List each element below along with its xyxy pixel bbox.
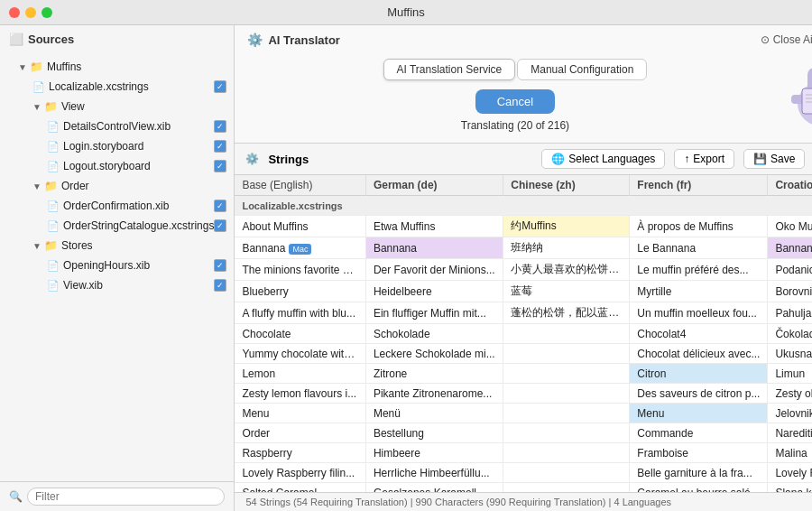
sidebar-item-details[interactable]: 📄 DetailsControlView.xib [0,116,234,136]
cell-fr: Un muffin moelleux fou... [630,302,768,324]
sidebar-tree: ▼ 📁 Muffins 📄 Localizable.xcstrings ▼ 📁 … [0,53,234,481]
save-button[interactable]: 💾 Save [743,149,805,169]
cell-fr: Citron [630,364,768,384]
cell-zh: 约Muffins [503,216,630,237]
sidebar-item-label: OrderStringCatalogue.xcstrings [63,219,214,232]
cell-de: Schokolade [365,324,503,344]
table-row[interactable]: MenuMenüMenuJelovnik [235,404,812,423]
cell-de: Etwa Muffins [365,216,503,237]
table-row[interactable]: Yummy chocolate with...Leckere Schokolad… [235,344,812,364]
filter-input[interactable] [27,488,225,506]
table-row[interactable]: A fluffy muffin with blu...Ein fluffiger… [235,302,812,324]
sidebar-checkbox[interactable] [214,120,226,133]
table-row[interactable]: About MuffinsEtwa Muffins约MuffinsÀ propo… [235,216,812,237]
minimize-button[interactable] [25,7,36,18]
sidebar-item-logout[interactable]: 📄 Logout.storyboard [0,156,234,176]
file-icon: 📄 [47,260,60,272]
table-row[interactable]: Lovely Raspberry filin...Herrliche Himbe… [235,463,812,483]
sidebar-item-order[interactable]: ▼ 📁 Order [0,176,234,196]
cell-hr: Slana karam [768,483,812,493]
table-row[interactable]: The minions favorite M...Der Favorit der… [235,259,812,281]
cell-fr: Le Bannana [630,237,768,259]
cell-hr: Borovnica [768,281,812,302]
table-row[interactable]: Salted CaramelGesalzenes KaramellCaramel… [235,483,812,493]
sidebar-item-ordercatalogue[interactable]: 📄 OrderStringCatalogue.xcstrings [0,216,234,236]
folder-icon: 📁 [44,239,58,252]
sidebar-item-localizable[interactable]: 📄 Localizable.xcstrings [0,77,234,97]
content-area: ⚙️ AI Translator ⊙ Close Ai Translator A… [235,25,812,511]
tab-manual-configuration[interactable]: Manual Configuration [517,59,647,80]
title-bar: Muffins [0,0,812,25]
cell-de: Herrliche Himbeerfüllu... [365,463,503,483]
strings-title: Strings [268,153,309,166]
col-header-hr: Croation (hr) [768,175,812,196]
export-icon: ↑ [684,153,689,165]
col-header-fr: French (fr) [630,175,768,196]
cell-zh [503,463,630,483]
cell-de: Bannana [365,237,503,259]
sidebar-checkbox[interactable] [214,259,226,272]
cell-fr: Belle garniture à la fra... [630,463,768,483]
select-languages-button[interactable]: 🌐 Select Languages [541,149,665,169]
strings-toolbar: ⚙️ Strings 🌐 Select Languages ↑ Export 💾… [235,144,812,175]
sidebar-item-viewxib[interactable]: 📄 View.xib [0,275,234,295]
cell-fr: Framboise [630,443,768,463]
table-row[interactable]: ChocolateSchokoladeChocolat4Čokolada [235,324,812,344]
cell-base: Order [235,423,365,443]
tab-ai-translation-service[interactable]: AI Translation Service [383,59,516,80]
ai-left: AI Translation Service Manual Configurat… [247,59,782,132]
table-row[interactable]: RaspberryHimbeereFramboiseMalina [235,443,812,463]
table-row[interactable]: BlueberryHeidelbeere蓝莓MyrtilleBorovnica [235,281,812,302]
cell-zh [503,384,630,404]
cell-hr: Ukusna čoko [768,344,812,364]
cell-fr: Myrtille [630,281,768,302]
sidebar-checkbox[interactable] [214,160,226,172]
cell-de: Pikante Zitronenarome... [365,384,503,404]
cell-hr: Malina [768,443,812,463]
close-ai-translator-button[interactable]: ⊙ Close Ai Translator [761,33,812,46]
sidebar-item-muffins[interactable]: ▼ 📁 Muffins [0,57,234,77]
cell-base: BannanaMac [235,237,365,259]
col-header-de: German (de) [365,175,503,196]
cell-hr: Lovely Raspb [768,463,812,483]
sidebar-checkbox[interactable] [214,279,226,292]
close-button[interactable] [9,7,20,18]
export-button[interactable]: ↑ Export [674,149,734,169]
sidebar-item-openinghours[interactable]: 📄 OpeningHours.xib [0,256,234,275]
sidebar-checkbox[interactable] [214,80,226,93]
cell-zh [503,404,630,423]
file-icon: 📄 [47,121,60,133]
sidebar-checkbox[interactable] [214,200,226,212]
sidebar-checkbox[interactable] [214,140,226,153]
sidebar-item-login[interactable]: 📄 Login.storyboard [0,136,234,156]
chevron-down-icon: ▼ [32,181,42,191]
ai-panel-title: ⚙️ AI Translator [247,33,339,47]
cell-de: Menü [365,404,503,423]
cell-fr: Chocolat délicieux avec... [630,344,768,364]
sidebar-footer: 🔍 [0,481,234,511]
table-row[interactable]: LemonZitroneCitronLimun [235,364,812,384]
folder-icon: 📁 [30,60,43,73]
sidebar-checkbox[interactable] [214,219,226,232]
table-row[interactable]: Zesty lemon flavours i...Pikante Zitrone… [235,384,812,404]
table-row[interactable]: BannanaMacBannana班纳纳Le BannanaBannana [235,237,812,259]
chevron-down-icon: ▼ [32,102,42,112]
ai-icon: ⚙️ [247,33,263,47]
fullscreen-button[interactable] [42,7,52,18]
strings-table[interactable]: Base (English) German (de) Chinese (zh) … [235,175,812,492]
status-bar: 54 Strings (54 Requiring Translation) | … [235,492,812,511]
cell-de: Leckere Schokolade mi... [365,344,503,364]
cell-hr: Narediti [768,423,812,443]
sidebar-item-orderconfirmation[interactable]: 📄 OrderConfirmation.xib [0,196,234,216]
sidebar-item-label: OpeningHours.xib [63,259,214,272]
cancel-button[interactable]: Cancel [475,89,555,114]
folder-icon: 📁 [44,100,58,113]
chevron-down-icon: ▼ [32,241,42,251]
sidebar-item-view[interactable]: ▼ 📁 View [0,97,234,116]
section-label: Localizable.xcstrings [235,196,812,216]
sidebar-item-stores[interactable]: ▼ 📁 Stores [0,236,234,256]
table-row[interactable]: OrderBestellungCommandeNarediti [235,423,812,443]
cell-base: Lovely Raspberry filin... [235,463,365,483]
file-icon: 📄 [32,81,45,93]
sidebar-item-label: Stores [61,239,227,252]
